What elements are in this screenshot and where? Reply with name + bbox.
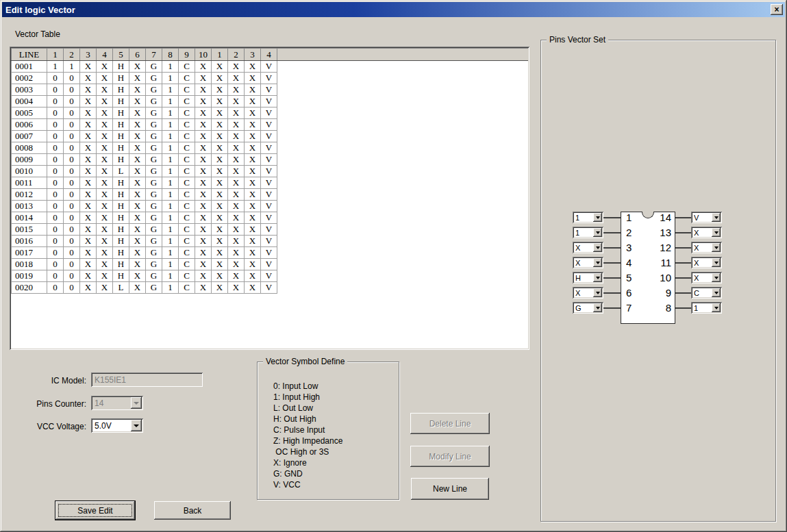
vector-cell[interactable]: 0 [64, 177, 80, 189]
vector-cell[interactable]: X [97, 259, 113, 270]
vector-cell[interactable]: X [129, 236, 146, 247]
line-number-cell[interactable]: 0001 [12, 61, 47, 73]
vector-cell[interactable]: X [129, 107, 146, 119]
table-row[interactable]: 000500XXHXG1CXXXXV [12, 107, 529, 119]
vector-cell[interactable]: G [146, 166, 162, 177]
vector-cell[interactable]: X [80, 212, 97, 224]
vector-cell[interactable]: G [146, 236, 162, 247]
vector-cell[interactable]: H [113, 201, 129, 212]
vector-cell[interactable]: X [245, 177, 261, 189]
vector-cell[interactable]: 1 [162, 131, 179, 142]
vector-cell[interactable]: C [179, 131, 195, 142]
vector-cell[interactable]: H [113, 154, 129, 166]
vector-cell[interactable]: 0 [47, 177, 64, 189]
vector-cell[interactable]: G [146, 282, 162, 294]
vector-cell[interactable]: 1 [162, 177, 179, 189]
vector-cell[interactable]: 1 [162, 259, 179, 270]
vector-cell[interactable]: X [129, 270, 146, 282]
vector-cell[interactable]: X [228, 201, 245, 212]
vcc-voltage-select[interactable]: 5.0V [91, 418, 143, 433]
vector-cell[interactable]: X [245, 96, 261, 107]
vector-cell[interactable]: X [97, 247, 113, 259]
vector-cell[interactable]: X [228, 212, 245, 224]
dropdown-arrow-button[interactable] [712, 273, 721, 282]
vector-cell[interactable]: X [195, 96, 212, 107]
pin-select-right[interactable]: X [691, 227, 722, 238]
vector-cell[interactable]: X [245, 236, 261, 247]
vector-cell[interactable]: X [97, 73, 113, 84]
table-row[interactable]: 001900XXHXG1CXXXXV [12, 270, 529, 282]
vector-cell[interactable]: H [113, 142, 129, 154]
vector-cell[interactable]: X [245, 107, 261, 119]
vector-cell[interactable]: X [129, 84, 146, 96]
table-row[interactable]: 001600XXHXG1CXXXXV [12, 236, 529, 247]
line-number-cell[interactable]: 0004 [12, 96, 47, 107]
line-number-cell[interactable]: 0020 [12, 282, 47, 294]
vector-cell[interactable]: X [195, 73, 212, 84]
vector-cell[interactable]: X [97, 270, 113, 282]
vector-cell[interactable]: X [228, 270, 245, 282]
table-row[interactable]: 002000XXLXG1CXXXXV [12, 282, 529, 294]
vector-cell[interactable]: X [228, 154, 245, 166]
vector-cell[interactable]: 1 [162, 189, 179, 201]
vector-cell[interactable]: X [129, 212, 146, 224]
close-button[interactable]: × [771, 4, 783, 15]
vector-cell[interactable]: X [228, 259, 245, 270]
vector-cell[interactable]: X [80, 270, 97, 282]
vector-cell[interactable]: X [228, 142, 245, 154]
vector-cell[interactable]: 0 [47, 236, 64, 247]
vector-cell[interactable]: 0 [47, 247, 64, 259]
vector-cell[interactable]: 0 [47, 142, 64, 154]
vector-cell[interactable]: C [179, 73, 195, 84]
vector-cell[interactable]: X [195, 212, 212, 224]
vector-cell[interactable]: V [261, 282, 277, 294]
line-number-cell[interactable]: 0009 [12, 154, 47, 166]
vector-cell[interactable]: 0 [64, 282, 80, 294]
vector-cell[interactable]: 0 [64, 142, 80, 154]
vector-cell[interactable]: 0 [64, 166, 80, 177]
line-number-cell[interactable]: 0013 [12, 201, 47, 212]
vector-cell[interactable]: X [129, 131, 146, 142]
pin-select-left[interactable]: 1 [573, 212, 603, 223]
vector-cell[interactable]: X [129, 166, 146, 177]
vector-cell[interactable]: X [228, 189, 245, 201]
vector-cell[interactable]: H [113, 96, 129, 107]
pin-select-right[interactable]: V [691, 212, 722, 223]
vector-cell[interactable]: H [113, 177, 129, 189]
vector-cell[interactable]: 0 [64, 107, 80, 119]
pin-select-left[interactable]: G [573, 302, 603, 314]
vector-cell[interactable]: X [195, 166, 212, 177]
vector-cell[interactable]: G [146, 224, 162, 236]
vector-cell[interactable]: V [261, 166, 277, 177]
dropdown-arrow-button[interactable] [712, 303, 721, 312]
vector-cell[interactable]: V [261, 236, 277, 247]
vector-cell[interactable]: G [146, 119, 162, 131]
vector-cell[interactable]: X [80, 142, 97, 154]
vector-cell[interactable]: X [228, 73, 245, 84]
vector-cell[interactable]: C [179, 142, 195, 154]
vector-cell[interactable]: X [80, 107, 97, 119]
vector-cell[interactable]: X [80, 119, 97, 131]
vector-cell[interactable]: 0 [47, 282, 64, 294]
vector-cell[interactable]: V [261, 107, 277, 119]
vector-cell[interactable]: C [179, 224, 195, 236]
vector-cell[interactable]: 0 [47, 96, 64, 107]
vector-cell[interactable]: X [245, 73, 261, 84]
vector-cell[interactable]: X [80, 259, 97, 270]
line-number-cell[interactable]: 0005 [12, 107, 47, 119]
vector-cell[interactable]: 0 [64, 96, 80, 107]
dropdown-arrow-button[interactable] [593, 243, 602, 252]
vector-cell[interactable]: X [129, 247, 146, 259]
vector-cell[interactable]: 1 [162, 201, 179, 212]
dropdown-arrow-button[interactable] [593, 273, 602, 282]
table-row[interactable]: 000200XXHXG1CXXXXV [12, 73, 529, 84]
vector-cell[interactable]: X [245, 282, 261, 294]
vector-cell[interactable]: G [146, 96, 162, 107]
vector-cell[interactable]: X [228, 224, 245, 236]
vector-cell[interactable]: X [195, 177, 212, 189]
vector-cell[interactable]: X [97, 212, 113, 224]
pin-select-left[interactable]: X [573, 257, 603, 268]
vector-cell[interactable]: X [80, 131, 97, 142]
vector-cell[interactable]: H [113, 189, 129, 201]
pin-select-right[interactable]: C [691, 287, 722, 299]
